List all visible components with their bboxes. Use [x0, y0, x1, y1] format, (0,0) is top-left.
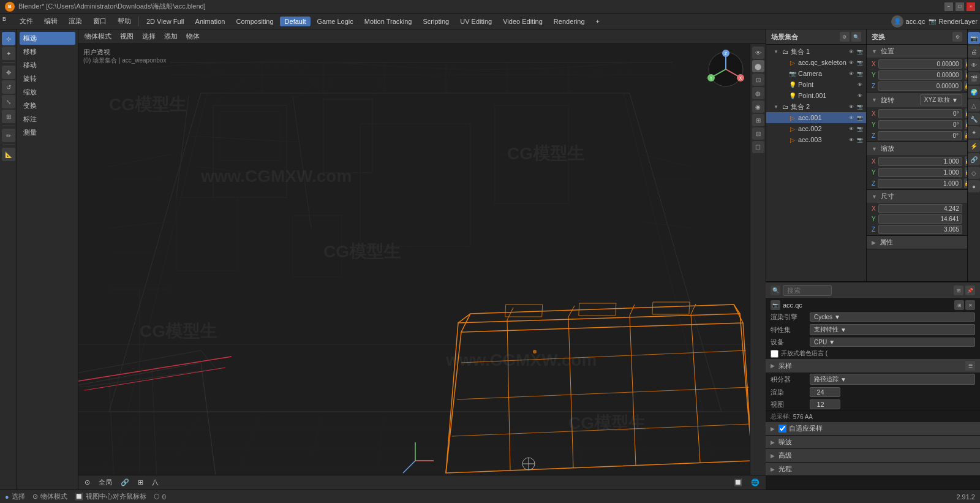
menu-render[interactable]: 渲染 — [64, 15, 87, 27]
vp-perspective-btn[interactable]: 👁 — [752, 47, 764, 59]
render-settings-btn[interactable]: ⊞ — [954, 286, 963, 295]
vp-footer-eight[interactable]: 八 — [149, 477, 161, 488]
workspace-rendering[interactable]: Rendering — [549, 17, 590, 26]
vp-overlays[interactable]: ⊞ — [752, 114, 764, 126]
render-icon-btn[interactable]: 📷 — [771, 300, 780, 310]
tool-label-select[interactable]: 框选 — [20, 32, 75, 45]
scl-z-input[interactable] — [878, 179, 962, 188]
render-expand-btn[interactable]: ⊞ — [954, 300, 964, 310]
render-pin-btn[interactable]: 📌 — [965, 286, 975, 295]
render-device-dropdown[interactable]: CPU ▼ — [810, 338, 975, 347]
tool-label-scale[interactable]: 缩放 — [20, 86, 75, 99]
rot-mode-dropdown[interactable]: XYZ 欧拉 ▼ — [920, 94, 962, 105]
workspace-animation[interactable]: Animation — [190, 17, 230, 26]
vp-object[interactable]: 物体 — [184, 31, 202, 42]
integrator-dropdown[interactable]: 路径追踪 ▼ — [810, 374, 975, 385]
dim-y-input[interactable] — [878, 214, 962, 224]
blender-logo-menu[interactable]: B — [2, 16, 13, 27]
tree-render-c2[interactable]: 📷 — [856, 102, 864, 112]
workspace-add[interactable]: + — [591, 17, 605, 26]
tree-vis-sk[interactable]: 👁 — [848, 58, 855, 67]
tree-arrow-c1[interactable]: ▼ — [772, 48, 780, 55]
sampling-menu-btn[interactable]: ☰ — [965, 361, 975, 371]
adaptive-header[interactable]: ▶ 自适应采样 — [766, 422, 980, 435]
tool-rotate[interactable]: ↺ — [2, 80, 15, 94]
tool-scale[interactable]: ⤡ — [2, 95, 15, 108]
menu-edit[interactable]: 编辑 — [39, 15, 62, 27]
scene-filter-btn[interactable]: ⚙ — [840, 32, 850, 42]
viewport-samples-input[interactable] — [810, 399, 840, 409]
vp-add[interactable]: 添加 — [162, 31, 180, 42]
tree-render-cam[interactable]: 📷 — [856, 69, 864, 78]
tool-select[interactable]: ⊹ — [2, 32, 15, 45]
tool-label-transform[interactable]: 变换 — [20, 99, 75, 112]
workspace-videoediting[interactable]: Video Editing — [498, 17, 548, 26]
props-section-header-rot[interactable]: ▼ 旋转 XYZ 欧拉 ▼ — [867, 93, 967, 107]
scene-canvas[interactable]: CG模型生 www.CGMXW.com CG模型生 CG模型生 www.CGMX… — [78, 44, 766, 490]
render-samples-input[interactable] — [810, 387, 840, 397]
pos-x-input[interactable] — [878, 59, 962, 69]
vp-xray[interactable]: ☐ — [752, 141, 764, 153]
tree-vis-cam[interactable]: 👁 — [848, 69, 855, 78]
rsb-particles[interactable]: ✦ — [968, 126, 980, 138]
rsb-physics[interactable]: ⚡ — [968, 140, 980, 152]
rsb-data[interactable]: ◇ — [968, 167, 980, 179]
vp-view[interactable]: 视图 — [118, 31, 136, 42]
vp-footer-display[interactable]: ⊞ — [135, 477, 146, 488]
menu-help[interactable]: 帮助 — [113, 15, 136, 27]
minimize-button[interactable]: − — [944, 2, 953, 11]
close-button[interactable]: × — [967, 2, 975, 11]
scl-x-input[interactable] — [878, 157, 962, 166]
maximize-button[interactable]: □ — [956, 2, 964, 11]
props-section-header-attr[interactable]: ▶ 属性 — [867, 236, 967, 249]
rsb-modifiers[interactable]: 🔧 — [968, 113, 980, 125]
tree-item-collection2[interactable]: ▼ 🗂 集合 2 👁 📷 — [766, 101, 866, 112]
tool-transform[interactable]: ⊞ — [2, 110, 15, 123]
vp-shading-render[interactable]: ◉ — [752, 100, 764, 113]
vp-shading-mat[interactable]: ◍ — [752, 87, 764, 99]
tree-render-a1[interactable]: 📷 — [856, 113, 864, 123]
vp-shading-wire[interactable]: ⊡ — [752, 74, 764, 86]
tree-item-point001[interactable]: 💡 Point.001 👁 — [766, 90, 866, 101]
tree-item-camera[interactable]: 📷 Camera 👁 📷 — [766, 68, 866, 79]
tree-render-sk[interactable]: 📷 — [856, 58, 864, 67]
workspace-gamelogic[interactable]: Game Logic — [312, 17, 358, 26]
vp-mode-select[interactable]: 物体模式 — [82, 31, 114, 42]
props-section-header-scl[interactable]: ▼ 缩放 — [867, 142, 967, 155]
noise-header[interactable]: ▶ 噪波 — [766, 436, 980, 448]
tool-annotate[interactable]: ✏ — [2, 129, 15, 142]
rot-y-input[interactable] — [878, 120, 962, 129]
menu-window[interactable]: 窗口 — [88, 15, 111, 27]
tree-render-a2[interactable]: 📷 — [856, 124, 864, 134]
tree-item-acc002[interactable]: ▷ acc.002 👁 📷 — [766, 123, 866, 134]
tree-vis-c2[interactable]: 👁 — [848, 102, 855, 112]
scl-y-input[interactable] — [878, 168, 962, 177]
workspace-default[interactable]: Default — [280, 17, 311, 26]
render-featureset-dropdown[interactable]: 支持特性 ▼ — [810, 324, 975, 335]
workspace-2dviewfull[interactable]: 2D View Full — [141, 17, 189, 26]
workspace-uvediting[interactable]: UV Editing — [455, 17, 497, 26]
rsb-object[interactable]: △ — [968, 99, 980, 112]
vp-footer-camera[interactable]: 🔗 — [118, 477, 132, 488]
tree-render-a3[interactable]: 📷 — [856, 135, 864, 145]
pos-z-input[interactable] — [878, 81, 962, 91]
tree-vis-c1[interactable]: 👁 — [848, 47, 855, 56]
rsb-world[interactable]: 🌍 — [968, 86, 980, 98]
tool-label-cursor[interactable]: 移移 — [20, 45, 75, 58]
tree-item-point[interactable]: 💡 Point 👁 — [766, 79, 866, 90]
adaptive-checkbox[interactable] — [778, 425, 786, 433]
tree-item-skeleton[interactable]: ▷ acc.qc_skeleton 👁 📷 — [766, 57, 866, 68]
vp-footer-nav[interactable]: 🔲 — [731, 477, 745, 488]
tool-label-annotate[interactable]: 标注 — [20, 113, 75, 126]
menu-file[interactable]: 文件 — [15, 15, 38, 27]
rsb-constraints[interactable]: 🔗 — [968, 153, 980, 165]
tree-vis-a3[interactable]: 👁 — [848, 135, 855, 145]
render-close-btn[interactable]: ✕ — [965, 300, 975, 310]
tree-vis-a1[interactable]: 👁 — [848, 113, 855, 123]
workspace-scripting[interactable]: Scripting — [418, 17, 454, 26]
tool-label-rotate[interactable]: 旋转 — [20, 72, 75, 85]
tool-label-measure[interactable]: 测量 — [20, 126, 75, 139]
vp-gizmos[interactable]: ⊟ — [752, 127, 764, 140]
tree-vis-pt[interactable]: 👁 — [856, 80, 864, 89]
render-search-input[interactable] — [783, 285, 832, 296]
